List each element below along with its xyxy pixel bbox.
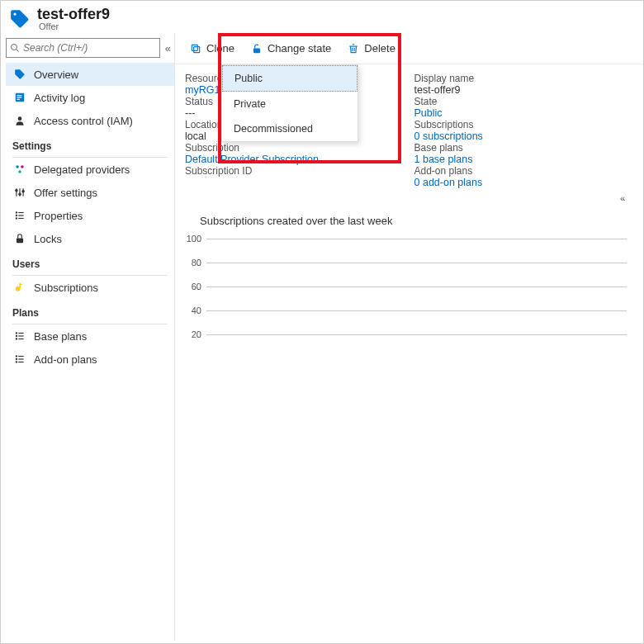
svg-rect-39: [192, 45, 197, 50]
section-plans: Plans: [6, 299, 174, 322]
nav-label: Offer settings: [34, 187, 97, 199]
button-label: Change state: [268, 42, 331, 54]
chart-ytick: 20: [182, 329, 201, 339]
nav-label: Locks: [34, 233, 62, 245]
tag-icon: [12, 69, 27, 80]
change-state-button[interactable]: Change state: [243, 33, 339, 64]
delete-button[interactable]: Delete: [339, 33, 404, 64]
nav-subscriptions[interactable]: Subscriptions: [6, 276, 174, 299]
field-label: Subscription ID: [185, 165, 398, 177]
state-link[interactable]: Public: [414, 107, 627, 119]
svg-point-16: [16, 211, 17, 213]
base-plans-link[interactable]: 1 base plans: [414, 154, 627, 165]
lock-icon: [12, 233, 27, 244]
subscription-link[interactable]: Default Provider Subscription: [185, 154, 398, 165]
svg-rect-22: [17, 238, 23, 243]
field-addon-plans: Add-on plans 0 add-on plans: [414, 165, 627, 188]
nav-delegated-providers[interactable]: Delegated providers: [6, 158, 174, 181]
search-icon: [10, 43, 20, 53]
svg-rect-31: [18, 339, 23, 339]
chart-area: Subscriptions created over the last week…: [175, 203, 643, 362]
field-label: Display name: [414, 73, 627, 84]
list-icon: [12, 210, 27, 221]
state-option-public[interactable]: Public: [222, 65, 358, 92]
svg-rect-5: [17, 99, 21, 100]
nav-addon-plans[interactable]: Add-on plans: [6, 348, 174, 371]
nav-activity-log[interactable]: Activity log: [6, 86, 174, 109]
sidebar: « Overview Activity log Access control (…: [1, 33, 174, 641]
list-icon: [12, 353, 27, 365]
nav-label: Access control (IAM): [34, 115, 133, 127]
svg-rect-25: [21, 284, 22, 285]
svg-rect-40: [253, 48, 260, 53]
trash-icon: [348, 43, 359, 54]
svg-point-13: [16, 190, 17, 192]
svg-point-18: [16, 215, 17, 216]
svg-rect-27: [18, 333, 23, 334]
field-state: State Public: [414, 96, 627, 119]
svg-rect-3: [17, 95, 22, 96]
svg-rect-37: [18, 362, 23, 362]
svg-rect-21: [18, 218, 23, 219]
field-label: Base plans: [414, 142, 627, 154]
state-option-decom[interactable]: Decommissioned: [222, 116, 358, 141]
chart-title: Subscriptions created over the last week: [200, 215, 627, 227]
collapse-properties-icon[interactable]: «: [175, 193, 643, 203]
nav-label: Subscriptions: [34, 282, 98, 294]
svg-point-0: [12, 45, 17, 50]
offer-icon: [9, 8, 31, 30]
search-box[interactable]: [6, 38, 160, 58]
collapse-sidebar-icon[interactable]: «: [165, 42, 171, 54]
svg-rect-24: [19, 283, 21, 288]
field-label: Subscription: [185, 142, 398, 154]
field-base-plans: Base plans 1 base plans: [414, 142, 627, 165]
state-option-private[interactable]: Private: [222, 92, 358, 116]
change-state-dropdown: Public Private Decommissioned: [221, 64, 358, 142]
svg-rect-38: [194, 46, 200, 52]
field-label: Add-on plans: [414, 165, 627, 177]
page-subtitle: Offer: [39, 21, 110, 31]
svg-point-6: [18, 116, 22, 121]
nav-base-plans[interactable]: Base plans: [6, 324, 174, 348]
svg-line-1: [17, 50, 19, 52]
nav-label: Add-on plans: [34, 353, 97, 366]
page-header: test-offer9 Offer: [1, 1, 643, 33]
copy-icon: [190, 43, 201, 54]
section-settings: Settings: [6, 132, 174, 155]
nav-label: Delegated providers: [34, 163, 130, 176]
svg-rect-35: [18, 358, 23, 359]
toolbar: Clone Change state Delete: [175, 33, 643, 64]
field-label: Subscriptions: [414, 119, 627, 130]
nav-locks[interactable]: Locks: [6, 227, 174, 250]
nav-label: Properties: [34, 210, 83, 222]
search-input[interactable]: [23, 42, 156, 54]
chart-ytick: 80: [182, 258, 201, 268]
log-icon: [12, 92, 27, 103]
field-label: State: [414, 96, 627, 107]
nav-label: Activity log: [34, 92, 85, 104]
svg-rect-4: [17, 97, 22, 97]
nav-properties[interactable]: Properties: [6, 204, 174, 227]
chart-ytick: 40: [182, 305, 201, 315]
field-subscriptions-count: Subscriptions 0 subscriptions: [414, 119, 627, 142]
svg-point-36: [16, 361, 17, 362]
subscriptions-link[interactable]: 0 subscriptions: [414, 130, 627, 142]
svg-point-20: [16, 217, 17, 219]
nav-offer-settings[interactable]: Offer settings: [6, 181, 174, 204]
field-display-name: Display name test-offer9: [414, 73, 627, 96]
nav-overview[interactable]: Overview: [6, 63, 174, 86]
svg-point-14: [19, 193, 21, 195]
nav-access-control[interactable]: Access control (IAM): [6, 109, 174, 132]
sliders-icon: [12, 187, 27, 198]
svg-point-7: [16, 165, 19, 168]
addon-plans-link[interactable]: 0 add-on plans: [414, 177, 627, 188]
clone-button[interactable]: Clone: [182, 33, 243, 64]
person-icon: [12, 115, 27, 126]
content-pane: Clone Change state Delete Public Private…: [174, 33, 643, 641]
field-subscription: Subscription Default Provider Subscripti…: [185, 142, 398, 165]
svg-point-9: [18, 170, 21, 173]
svg-point-28: [16, 335, 17, 337]
svg-rect-17: [18, 212, 23, 213]
field-value: test-offer9: [414, 84, 627, 96]
svg-point-30: [16, 338, 17, 339]
